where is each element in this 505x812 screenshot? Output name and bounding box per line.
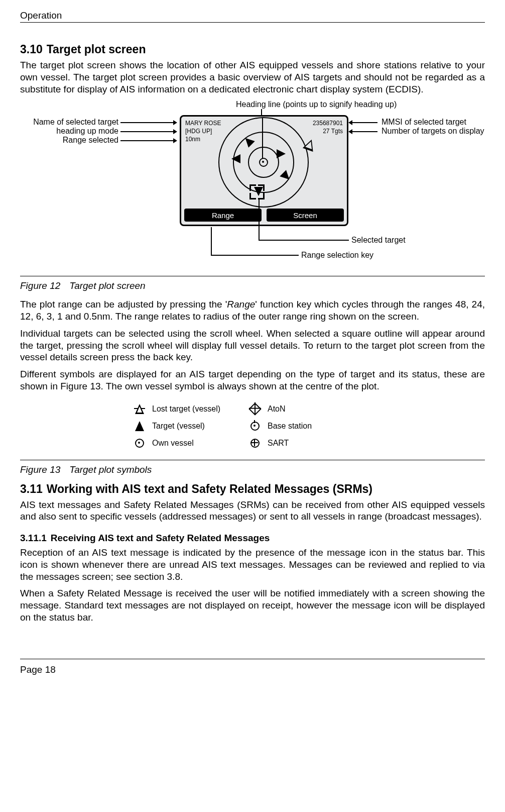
para-range: The plot range can be adjusted by pressi… [20,298,485,323]
section-3-11-1-p1: Reception of an AIS text message is indi… [20,547,485,582]
figure-title: Target plot symbols [69,464,152,475]
figure-13-caption: Figure 13Target plot symbols [20,460,485,475]
callout-selected-target: Selected target [351,236,406,245]
section-heading: Target plot screen [47,43,146,56]
chapter-header: Operation [20,10,485,23]
section-3-11-title: 3.11Working with AIS text and Safety Rel… [20,482,485,496]
figure-13: Lost target (vessel) AtoN Target (vessel… [132,402,373,450]
target-icon [231,154,240,163]
section-number: 3.10 [20,43,43,56]
page-footer: Page 18 [20,659,485,675]
figure-12: Heading line (points up to signify headi… [20,100,485,266]
section-3-10-p1: The target plot screen shows the locatio… [20,59,485,95]
figure-number: Figure 12 [20,280,60,291]
legend-lost-target: Lost target (vessel) [152,404,247,414]
section-heading: Working with AIS text and Safety Related… [47,482,372,495]
section-3-11-1-p2: When a Safety Related Message is receive… [20,587,485,623]
legend-target: Target (vessel) [152,422,247,431]
section-number: 3.11.1 [20,533,47,543]
lost-target-icon [135,404,144,414]
legend-sart: SART [268,439,363,448]
para-symbols: Different symbols are displayed for an A… [20,368,485,392]
lcd-mmsi: 235687901 [313,120,343,127]
para-select: Individual targets can be selected using… [20,328,485,363]
softkey-screen[interactable]: Screen [267,209,344,222]
section-3-11-1-title: 3.11.1Receiving AIS text and Safety Rela… [20,533,485,544]
lcd-screen: MARY ROSE [HDG UP] 10nm 235687901 27 Tgt… [180,115,348,226]
section-heading: Receiving AIS text and Safety Related Me… [51,533,270,543]
legend-aton: AtoN [268,404,363,414]
callout-name: Name of selected target [33,118,118,127]
heading-line [262,117,263,160]
softkey-range[interactable]: Range [184,209,262,222]
lcd-range: 10nm [185,136,200,143]
callout-heading-line: Heading line (points up to signify headi… [236,100,397,109]
figure-12-caption: Figure 12Target plot screen [20,276,485,291]
selected-target-box [249,184,265,199]
base-station-icon [250,422,260,431]
lcd-target-name: MARY ROSE [185,120,221,127]
sart-icon [250,439,260,448]
figure-number: Figure 13 [20,464,60,475]
legend-base-station: Base station [268,422,363,431]
legend-own-vessel: Own vessel [152,439,247,448]
callout-range-key: Range selection key [301,251,373,260]
section-3-11-p1: AIS text messages and Safety Related Mes… [20,499,485,523]
aton-icon [248,402,261,415]
lcd-target-count: 27 Tgts [323,128,343,135]
callout-count: Number of targets on display [382,127,484,136]
target-icon [135,421,144,431]
lcd-mode: [HDG UP] [185,128,212,135]
callout-mmsi: MMSI of selected target [382,118,466,127]
callout-range-sel: Range selected [63,136,118,145]
own-vessel-icon [135,439,144,448]
section-3-10-title: 3.10Target plot screen [20,43,485,56]
callout-mode: heading up mode [56,127,118,136]
target-icon [277,149,286,158]
section-number: 3.11 [20,482,43,495]
figure-title: Target plot screen [69,280,145,291]
